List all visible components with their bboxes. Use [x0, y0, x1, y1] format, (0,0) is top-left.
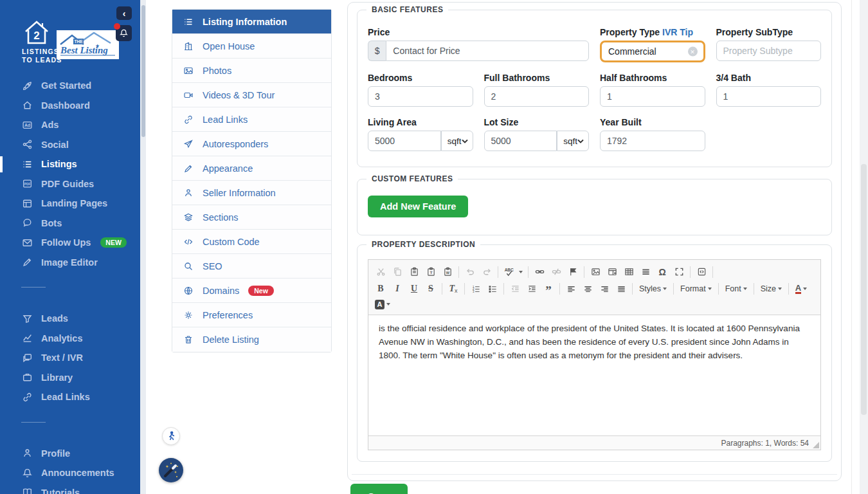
- listings-to-leads-logo[interactable]: 2: [23, 18, 50, 46]
- menu-item-open-house[interactable]: Open House: [172, 34, 331, 59]
- horizontal-rule-button[interactable]: [637, 264, 654, 280]
- align-left-button[interactable]: [563, 281, 579, 297]
- resize-grip[interactable]: [813, 442, 819, 448]
- undo-button[interactable]: [462, 264, 478, 280]
- paste-word-button[interactable]: W: [439, 264, 456, 280]
- property-type-input[interactable]: Commercial ✕: [600, 41, 705, 62]
- outdent-button[interactable]: [507, 281, 523, 297]
- special-char-button[interactable]: Ω: [654, 264, 671, 280]
- menu-item-videos-3d-tour[interactable]: Videos & 3D Tour: [172, 83, 331, 107]
- description-editor-content[interactable]: is the official residence and workplace …: [368, 315, 820, 435]
- lot-size-unit-select[interactable]: sqft: [557, 131, 589, 151]
- sidebar-item-follow-ups[interactable]: Follow Ups NEW: [0, 233, 140, 253]
- styles-combo[interactable]: Styles: [635, 281, 671, 297]
- menu-item-seller-information[interactable]: Seller Information: [172, 181, 331, 205]
- blockquote-button[interactable]: ”: [540, 281, 557, 297]
- menu-item-domains[interactable]: Domains New: [172, 279, 331, 303]
- sidebar-item-listings[interactable]: Listings: [0, 154, 140, 174]
- sidebar-collapse-button[interactable]: ‹: [116, 6, 132, 20]
- menu-item-appearance[interactable]: Appearance: [172, 156, 331, 181]
- clear-icon[interactable]: ✕: [688, 47, 698, 57]
- anchor-flag-button[interactable]: [565, 264, 581, 280]
- align-right-button[interactable]: [596, 281, 613, 297]
- maximize-button[interactable]: [671, 264, 687, 280]
- insert-template-button[interactable]: [604, 264, 620, 280]
- insert-image-button[interactable]: [587, 264, 604, 280]
- sidebar-scrollbar-thumb[interactable]: [141, 5, 145, 137]
- living-area-unit-select[interactable]: sqft: [441, 131, 473, 151]
- lot-size-input[interactable]: [484, 131, 557, 151]
- sidebar-scrollbar[interactable]: [140, 0, 146, 494]
- menu-item-listing-information[interactable]: Listing Information: [172, 10, 331, 34]
- sidebar-item-ads[interactable]: Ad Ads: [0, 115, 140, 135]
- sidebar-item-tutorials[interactable]: Tutorials: [0, 483, 140, 494]
- italic-button[interactable]: I: [389, 281, 406, 297]
- save-button[interactable]: Save: [350, 484, 408, 494]
- sidebar-item-dashboard[interactable]: Dashboard: [0, 96, 140, 116]
- menu-item-sections[interactable]: Sections: [172, 205, 331, 230]
- align-center-button[interactable]: [579, 281, 596, 297]
- sidebar-item-pdf-guides[interactable]: PDF PDF Guides: [0, 174, 140, 194]
- spellcheck-button[interactable]: ABC: [501, 264, 525, 280]
- insert-table-button[interactable]: [620, 264, 637, 280]
- align-justify-button[interactable]: [613, 281, 629, 297]
- strikethrough-button[interactable]: S: [422, 281, 439, 297]
- source-button[interactable]: [693, 264, 710, 280]
- sidebar-item-leads[interactable]: Leads: [0, 309, 140, 329]
- page-scrollbar-thumb[interactable]: [861, 164, 867, 415]
- sidebar-item-image-editor[interactable]: Image Editor: [0, 253, 140, 273]
- sidebar-item-landing-pages[interactable]: Landing Pages: [0, 194, 140, 214]
- sidebar-item-announcements[interactable]: Announcements: [0, 463, 140, 483]
- price-input[interactable]: [386, 41, 589, 61]
- menu-item-custom-code[interactable]: Custom Code: [172, 230, 331, 254]
- remove-format-button[interactable]: Tx: [445, 281, 462, 297]
- notifications-button[interactable]: [116, 25, 132, 41]
- menu-item-seo[interactable]: SEO: [172, 254, 331, 279]
- unlink-button[interactable]: [548, 264, 565, 280]
- sidebar-item-lead-links[interactable]: Lead Links: [0, 387, 140, 407]
- copy-button[interactable]: [389, 264, 406, 280]
- year-built-input[interactable]: [600, 131, 705, 151]
- bedrooms-input[interactable]: [368, 86, 473, 107]
- bold-button[interactable]: B: [372, 281, 389, 297]
- underline-button[interactable]: U: [406, 281, 422, 297]
- format-combo[interactable]: Format: [676, 281, 716, 297]
- three-quarter-bath-label: 3/4 Bath: [716, 73, 822, 83]
- sidebar-item-library[interactable]: Library: [0, 368, 140, 388]
- menu-item-lead-links[interactable]: Lead Links: [172, 107, 331, 132]
- paste-button[interactable]: [406, 264, 422, 280]
- half-bathrooms-input[interactable]: [600, 86, 705, 107]
- full-bathrooms-input[interactable]: [484, 86, 590, 107]
- redo-button[interactable]: [478, 264, 495, 280]
- cut-button[interactable]: [372, 264, 389, 280]
- sidebar-item-text-ivr[interactable]: Text / IVR: [0, 348, 140, 368]
- sidebar-item-profile[interactable]: Profile: [0, 444, 140, 464]
- menu-item-delete-listing[interactable]: Delete Listing: [172, 327, 331, 352]
- page-scrollbar[interactable]: [860, 0, 868, 494]
- sidebar-item-bots[interactable]: Bots: [0, 214, 140, 233]
- sidebar-item-get-started[interactable]: Get Started: [0, 76, 140, 96]
- best-listing-logo[interactable]: THE Best Listing ★: [57, 30, 119, 59]
- font-combo[interactable]: Font: [721, 281, 751, 297]
- ordered-list-button[interactable]: 123: [467, 281, 484, 297]
- bg-color-button[interactable]: A: [372, 297, 393, 312]
- bulleted-list-button[interactable]: [484, 281, 501, 297]
- accessibility-widget-button[interactable]: [162, 427, 180, 445]
- living-area-input[interactable]: [368, 131, 441, 151]
- menu-item-photos[interactable]: Photos: [172, 59, 331, 83]
- theme-wand-widget-button[interactable]: [159, 458, 183, 482]
- menu-item-preferences[interactable]: Preferences: [172, 303, 331, 327]
- indent-button[interactable]: [523, 281, 540, 297]
- paste-text-button[interactable]: T: [422, 264, 439, 280]
- svg-text:T: T: [429, 270, 432, 275]
- add-new-feature-button[interactable]: Add New Feature: [368, 196, 468, 217]
- sidebar-item-social[interactable]: Social: [0, 135, 140, 155]
- size-combo[interactable]: Size: [757, 281, 786, 297]
- ivr-tip-link[interactable]: IVR Tip: [662, 27, 693, 37]
- property-subtype-input[interactable]: [716, 41, 822, 61]
- insert-link-button[interactable]: [531, 264, 548, 280]
- text-color-button[interactable]: A: [791, 281, 811, 297]
- menu-item-autoresponders[interactable]: Autoresponders: [172, 132, 331, 156]
- three-quarter-bath-input[interactable]: [716, 86, 822, 107]
- sidebar-item-analytics[interactable]: Analytics: [0, 329, 140, 349]
